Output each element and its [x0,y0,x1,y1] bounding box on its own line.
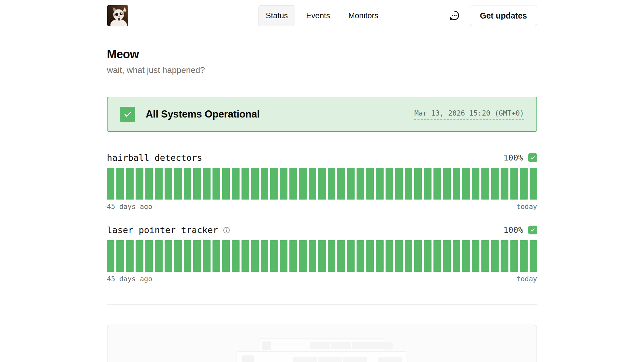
nav-tab-monitors[interactable]: Monitors [341,5,386,26]
uptime-bar[interactable] [116,240,124,272]
uptime-bar[interactable] [136,240,143,272]
uptime-bar[interactable] [261,168,268,200]
uptime-bar[interactable] [309,240,316,272]
uptime-bar[interactable] [501,168,508,200]
uptime-bar[interactable] [453,240,460,272]
uptime-bar[interactable] [366,168,374,200]
get-updates-button[interactable]: Get updates [470,6,537,26]
uptime-bar[interactable] [386,168,393,200]
uptime-bar[interactable] [347,240,355,272]
uptime-bar[interactable] [212,168,220,200]
uptime-bar[interactable] [193,240,201,272]
uptime-bar[interactable] [155,240,162,272]
uptime-bar[interactable] [299,240,306,272]
uptime-bar[interactable] [433,168,441,200]
uptime-bar[interactable] [107,240,114,272]
uptime-bar[interactable] [318,240,326,272]
uptime-bar[interactable] [376,168,383,200]
uptime-bar[interactable] [174,240,182,272]
uptime-bar[interactable] [270,240,278,272]
uptime-bar[interactable] [232,168,239,200]
uptime-bar[interactable] [443,168,450,200]
uptime-bar[interactable] [405,168,412,200]
uptime-bar[interactable] [232,240,239,272]
uptime-bar[interactable] [472,240,479,272]
uptime-bar[interactable] [155,168,162,200]
uptime-bar[interactable] [107,168,114,200]
uptime-bar[interactable] [203,240,211,272]
site-logo-cat-image[interactable] [107,5,128,26]
uptime-bar[interactable] [433,240,441,272]
uptime-bar[interactable] [491,240,499,272]
uptime-bar[interactable] [289,168,297,200]
uptime-bar[interactable] [366,240,374,272]
uptime-bar[interactable] [126,240,134,272]
nav-tab-events[interactable]: Events [299,5,337,26]
uptime-bar[interactable] [414,168,422,200]
uptime-bar[interactable] [328,168,335,200]
uptime-bar[interactable] [261,240,268,272]
uptime-bar[interactable] [242,168,249,200]
uptime-bar[interactable] [280,240,287,272]
ghost-text-block [293,357,317,362]
uptime-bar[interactable] [212,240,220,272]
uptime-bar[interactable] [530,168,537,200]
uptime-bar[interactable] [145,168,153,200]
status-banner-timestamp[interactable]: Mar 13, 2026 15:20 (GMT+0) [414,109,524,120]
uptime-bar[interactable] [472,168,479,200]
uptime-bar[interactable] [395,168,402,200]
uptime-bar[interactable] [424,240,431,272]
feedback-chat-button[interactable] [447,8,461,23]
monitor-operational-check-icon [528,226,537,234]
uptime-bar[interactable] [405,240,412,272]
uptime-bar[interactable] [462,240,470,272]
uptime-bar[interactable] [136,168,143,200]
uptime-bar[interactable] [376,240,383,272]
uptime-bar[interactable] [270,168,278,200]
uptime-bar[interactable] [491,168,499,200]
uptime-bar[interactable] [328,240,335,272]
uptime-bar[interactable] [280,168,287,200]
uptime-bar[interactable] [520,168,527,200]
uptime-bar[interactable] [481,240,489,272]
uptime-bar[interactable] [481,168,489,200]
uptime-bar[interactable] [462,168,470,200]
uptime-bar[interactable] [222,168,230,200]
uptime-bar[interactable] [289,240,297,272]
uptime-bar[interactable] [510,168,518,200]
uptime-bar[interactable] [443,240,450,272]
uptime-bar[interactable] [299,168,306,200]
uptime-bar[interactable] [126,168,134,200]
uptime-bar[interactable] [357,240,364,272]
uptime-bar[interactable] [386,240,393,272]
uptime-bar[interactable] [165,240,172,272]
uptime-bar[interactable] [453,168,460,200]
info-icon[interactable] [223,226,230,234]
uptime-bar[interactable] [251,168,258,200]
uptime-bar[interactable] [414,240,422,272]
uptime-bar[interactable] [337,240,345,272]
uptime-bar[interactable] [222,240,230,272]
uptime-bar[interactable] [145,240,153,272]
uptime-bar[interactable] [184,240,191,272]
uptime-bar[interactable] [184,168,191,200]
uptime-bar[interactable] [395,240,402,272]
uptime-bar[interactable] [242,240,249,272]
nav-tab-status[interactable]: Status [258,5,295,26]
uptime-bar[interactable] [251,240,258,272]
uptime-bar[interactable] [347,168,355,200]
uptime-bar[interactable] [501,240,508,272]
uptime-bar[interactable] [357,168,364,200]
uptime-bar[interactable] [116,168,124,200]
uptime-bar[interactable] [203,168,211,200]
uptime-bar[interactable] [510,240,518,272]
uptime-bar[interactable] [520,240,527,272]
uptime-bar[interactable] [424,168,431,200]
uptime-bar[interactable] [309,168,316,200]
uptime-bar[interactable] [337,168,345,200]
uptime-bar[interactable] [165,168,172,200]
uptime-bar[interactable] [193,168,201,200]
uptime-bar[interactable] [318,168,326,200]
uptime-bar[interactable] [174,168,182,200]
uptime-bar[interactable] [530,240,537,272]
